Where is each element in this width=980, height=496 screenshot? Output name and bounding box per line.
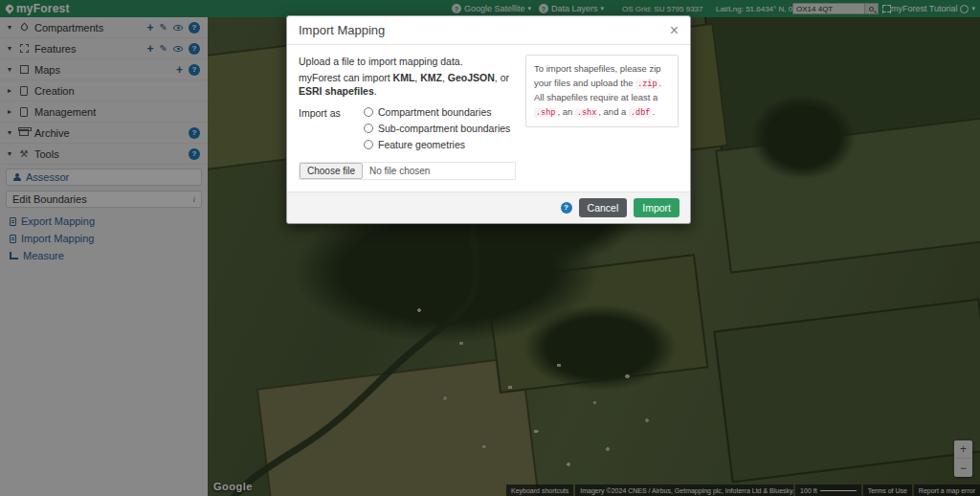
import-as-label: Import as: [299, 106, 364, 150]
radio-input[interactable]: [364, 140, 373, 149]
upload-intro-text: Upload a file to import mapping data.: [299, 55, 516, 68]
shp-ext: .shp: [534, 108, 557, 118]
shapefile-note-panel: To import shapefiles, please zip your fi…: [525, 55, 679, 127]
import-button[interactable]: Import: [634, 198, 679, 217]
radio-feature-geometries[interactable]: Feature geometries: [364, 139, 510, 150]
dialog-body: Upload a file to import mapping data. my…: [287, 45, 690, 192]
shx-ext: .shx: [575, 108, 598, 118]
import-as-group: Import as Compartment boundaries Sub-com…: [299, 106, 516, 150]
formats-text: myForest can import KML, KMZ, GeoJSON, o…: [299, 71, 516, 98]
import-mapping-dialog: Import Mapping × Upload a file to import…: [286, 15, 691, 224]
dialog-title: Import Mapping: [299, 23, 385, 37]
radio-input[interactable]: [364, 124, 373, 133]
help-icon[interactable]: ?: [561, 202, 572, 214]
cancel-button[interactable]: Cancel: [579, 198, 628, 217]
dialog-footer: ? Cancel Import: [287, 192, 690, 223]
radio-compartment-boundaries[interactable]: Compartment boundaries: [364, 106, 510, 118]
radio-subcompartment-boundaries[interactable]: Sub-compartment boundaries: [364, 123, 510, 134]
radio-input[interactable]: [364, 107, 373, 117]
dbf-ext: .dbf: [629, 108, 652, 118]
file-input[interactable]: Choose file No file chosen: [299, 162, 516, 180]
file-status-text: No file chosen: [363, 166, 430, 176]
choose-file-button[interactable]: Choose file: [300, 163, 363, 179]
close-icon[interactable]: ×: [670, 23, 679, 38]
zip-ext: .zip: [635, 79, 658, 89]
dialog-header: Import Mapping ×: [287, 16, 690, 45]
app-window: myForest ? Google Satellite ▾ ? Data Lay…: [0, 0, 980, 496]
